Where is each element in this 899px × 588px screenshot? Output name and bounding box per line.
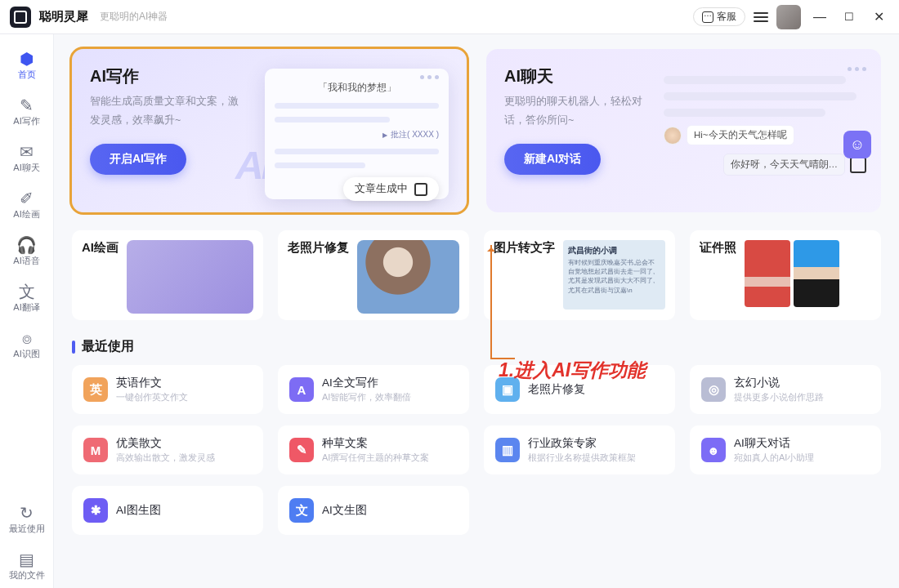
recent-icon: ✎ [289,438,314,462]
preview-note: 批注( XXXX ) [275,129,439,140]
preview-title: 「我和我的梦想」 [275,81,439,95]
card-ai-chat[interactable]: AI聊天 更聪明的聊天机器人，轻松对话，答你所问~ 新建AI对话 Hi~今天的天… [486,49,881,212]
folder-icon: ▤ [19,551,34,568]
cs-label: 客服 [717,10,736,24]
brush-icon: ✐ [20,190,34,207]
app-name: 聪明灵犀 [39,9,88,24]
close-button[interactable]: ✕ [868,9,889,24]
tile-id-photo[interactable]: 证件照 [690,230,881,320]
tile-ocr[interactable]: 图片转文字 武昌街的小调有时候到重庆晚嘉买书,总会不自觉地想起武昌街去走一回了,… [484,230,675,320]
id-thumb [745,240,839,314]
chat-icon [702,11,713,23]
recent-card[interactable]: ☻ AI聊天对话 宛如真人的AI小助理 [690,425,881,474]
recent-icon: ◎ [701,377,726,402]
customer-service-button[interactable]: 客服 [693,7,745,26]
logo-mini-icon [850,157,866,173]
recent-title: AI文生图 [322,503,367,518]
annotation-arrow [490,245,492,359]
recent-card[interactable]: ▥ 行业政策专家 根据行业名称提供政策框架 [484,425,675,474]
avatar[interactable] [776,5,801,29]
recent-header: 最近使用 [72,338,881,355]
feather-icon: ✎ [20,97,34,114]
sidebar-item-voice[interactable]: 🎧AI语音 [2,230,51,274]
recent-title: AI全文写作 [322,376,411,390]
recent-card[interactable]: ✱ AI图生图 [72,486,263,535]
card-ai-write[interactable]: AI写作 智能生成高质量文章和文案，激发灵感，效率飙升~ 开启AI写作 AI 「… [72,49,467,212]
recent-title: AI图生图 [116,503,161,518]
recent-title: 种草文案 [322,436,429,451]
start-write-button[interactable]: 开启AI写作 [90,144,186,175]
history-icon: ↻ [20,505,34,521]
app-logo [10,7,31,28]
chat-icon: ✉ [20,144,34,160]
chat-bubble-ai: 你好呀，今天天气晴朗… [723,154,867,176]
recent-icon: A [289,377,314,402]
logo-mini-icon [414,183,427,196]
recent-icon: ▥ [495,438,520,462]
recent-sub: 宛如真人的AI小助理 [734,452,814,464]
tile-ai-draw[interactable]: AI绘画 [72,230,263,320]
new-chat-button[interactable]: 新建AI对话 [504,144,601,175]
recent-icon: 文 [289,498,314,523]
recent-title: 英语作文 [116,376,188,390]
recent-card[interactable]: 文 AI文生图 [278,486,469,535]
sidebar: ⬢首页 ✎AI写作 ✉AI聊天 ✐AI绘画 🎧AI语音 文AI翻译 ⌾AI识图 … [0,34,54,588]
maximize-button[interactable]: ☐ [839,11,860,23]
scan-icon: ⌾ [22,330,32,346]
recent-card[interactable]: ◎ 玄幻小说 提供更多小说创作思路 [690,365,881,414]
recent-title: 行业政策专家 [528,436,636,451]
recent-icon: 英 [83,377,108,402]
recent-card[interactable]: M 优美散文 高效输出散文，激发灵感 [72,425,263,474]
recent-icon: ✱ [83,498,108,523]
sidebar-item-ocr[interactable]: ⌾AI识图 [2,323,51,367]
translate-icon: 文 [19,283,35,300]
draw-thumb [127,240,253,314]
sidebar-item-recent[interactable]: ↻最近使用 [2,498,51,541]
recent-sub: 一键创作英文作文 [116,391,188,403]
titlebar: 聪明灵犀 更聪明的AI神器 客服 — ☐ ✕ [0,0,899,34]
recent-icon: ☻ [701,438,726,462]
headphone-icon: 🎧 [16,237,37,253]
recent-card[interactable]: A AI全文写作 AI智能写作，效率翻倍 [278,365,469,414]
ocr-thumb: 武昌街的小调有时候到重庆晚嘉买书,总会不自觉地想起武昌街去走一回了,尤其是发现武… [563,240,665,310]
sidebar-item-files[interactable]: ▤我的文件 [2,545,51,588]
recent-title: 玄幻小说 [734,376,824,390]
annotation-label: 1.进入AI写作功能 [499,358,646,383]
chat-bubble-user: Hi~今天的天气怎样呢 [664,125,866,145]
sidebar-item-translate[interactable]: 文AI翻译 [2,277,51,320]
recent-sub: 高效输出散文，激发灵感 [116,452,215,464]
chat-desc: 更聪明的聊天机器人，轻松对话，答你所问~ [504,92,655,129]
recent-sub: 提供更多小说创作思路 [734,391,824,403]
minimize-button[interactable]: — [809,10,830,24]
recent-card[interactable]: 英 英语作文 一键创作英文作文 [72,365,263,414]
write-desc: 智能生成高质量文章和文案，激发灵感，效率飙升~ [90,92,241,129]
recent-card[interactable]: ✎ 种草文案 AI撰写任何主题的种草文案 [278,425,469,474]
recent-title: AI聊天对话 [734,436,814,451]
sidebar-item-write[interactable]: ✎AI写作 [2,91,51,134]
recent-sub: AI撰写任何主题的种草文案 [322,452,429,464]
photo-thumb [357,240,459,314]
recent-title: 老照片修复 [528,382,585,397]
recent-sub: 根据行业名称提供政策框架 [528,452,636,464]
menu-button[interactable] [754,9,768,25]
tile-photo-restore[interactable]: 老照片修复 [278,230,469,320]
app-tagline: 更聪明的AI神器 [100,10,168,24]
sidebar-item-draw[interactable]: ✐AI绘画 [2,184,51,227]
main-content: AI写作 智能生成高质量文章和文案，激发灵感，效率飙升~ 开启AI写作 AI 「… [54,34,899,588]
generating-pill: 文章生成中 [343,177,439,201]
recent-sub: AI智能写作，效率翻倍 [322,391,411,403]
sidebar-item-chat[interactable]: ✉AI聊天 [2,137,51,180]
smile-icon [843,131,871,158]
sidebar-item-home[interactable]: ⬢首页 [2,44,51,87]
user-avatar-icon [664,127,682,145]
recent-title: 优美散文 [116,436,215,451]
recent-icon: M [83,438,108,462]
home-icon: ⬢ [20,51,34,67]
